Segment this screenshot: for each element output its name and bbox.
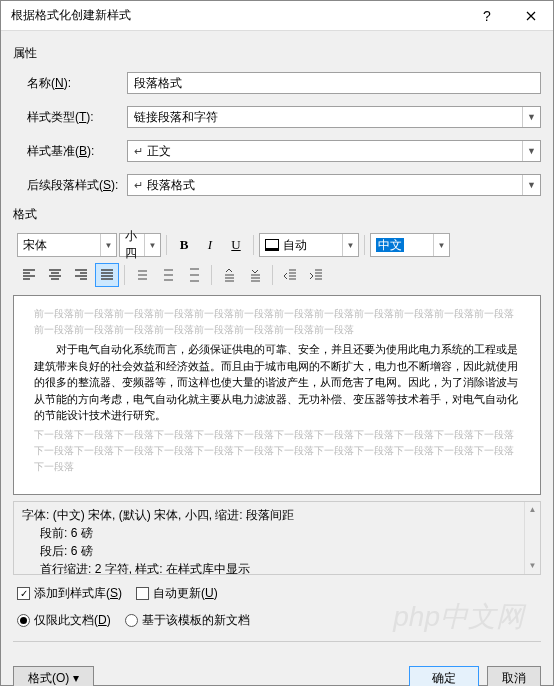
style-type-label: 样式类型(T):	[27, 109, 127, 126]
chevron-down-icon: ▼	[433, 234, 449, 256]
chevron-down-icon: ▼	[100, 234, 116, 256]
scrollbar[interactable]: ▲▼	[524, 502, 540, 574]
paragraph-toolbar	[13, 263, 541, 287]
preview-after-text: 下一段落下一段落下一段落下一段落下一段落下一段落下一段落下一段落下一段落下一段落…	[34, 427, 520, 475]
align-left-button[interactable]	[17, 263, 41, 287]
align-right-button[interactable]	[69, 263, 93, 287]
chevron-down-icon: ▼	[522, 175, 540, 195]
align-justify-button[interactable]	[95, 263, 119, 287]
desc-line: 字体: (中文) 宋体, (默认) 宋体, 小四, 缩进: 段落间距	[22, 506, 532, 524]
underline-button[interactable]: U	[224, 233, 248, 257]
font-combo[interactable]: 宋体 ▼	[17, 233, 117, 257]
add-to-gallery-checkbox[interactable]: ✓ 添加到样式库(S)	[17, 585, 122, 602]
line-spacing-15-button[interactable]	[156, 263, 180, 287]
format-toolbar: 宋体 ▼ 小四 ▼ B I U 自动 ▼ 中文 ▼	[13, 233, 541, 257]
close-button[interactable]	[509, 1, 553, 31]
dialog-title: 根据格式化创建新样式	[11, 7, 465, 24]
based-on-label: 样式基准(B):	[27, 143, 127, 160]
chevron-down-icon: ▼	[144, 234, 160, 256]
template-radio[interactable]: 基于该模板的新文档	[125, 612, 250, 629]
titlebar: 根据格式化创建新样式 ?	[1, 1, 553, 31]
close-icon	[526, 11, 536, 21]
format-section-label: 格式	[13, 206, 541, 223]
style-description: 字体: (中文) 宋体, (默认) 宋体, 小四, 缩进: 段落间距 段前: 6…	[13, 501, 541, 575]
italic-button[interactable]: I	[198, 233, 222, 257]
dialog-buttons: 格式(O) ▾ 确定 取消	[1, 660, 553, 686]
preview-sample-text: 对于电气自动化系统而言，必须保证供电的可靠、安全，并且还要为使用此电力系统的工程…	[34, 341, 520, 424]
language-combo[interactable]: 中文 ▼	[370, 233, 450, 257]
chevron-down-icon: ▼	[522, 107, 540, 127]
style-type-combo[interactable]: 链接段落和字符 ▼	[127, 106, 541, 128]
font-color-combo[interactable]: 自动 ▼	[259, 233, 359, 257]
properties-section-label: 属性	[13, 45, 541, 62]
line-spacing-1-button[interactable]	[130, 263, 154, 287]
align-center-button[interactable]	[43, 263, 67, 287]
following-style-label: 后续段落样式(S):	[27, 177, 127, 194]
help-button[interactable]: ?	[465, 1, 509, 31]
this-document-radio[interactable]: 仅限此文档(D)	[17, 612, 111, 629]
desc-line: 首行缩进: 2 字符, 样式: 在样式库中显示	[22, 560, 532, 575]
decrease-indent-button[interactable]	[278, 263, 302, 287]
name-input[interactable]	[127, 72, 541, 94]
ok-button[interactable]: 确定	[409, 666, 479, 686]
line-spacing-2-button[interactable]	[182, 263, 206, 287]
desc-line: 段后: 6 磅	[22, 542, 532, 560]
cancel-button[interactable]: 取消	[487, 666, 541, 686]
preview-before-text: 前一段落前一段落前一段落前一段落前一段落前一段落前一段落前一段落前一段落前一段落…	[34, 306, 520, 338]
increase-space-before-button[interactable]	[217, 263, 241, 287]
following-style-combo[interactable]: ↵段落格式 ▼	[127, 174, 541, 196]
dialog-window: 根据格式化创建新样式 ? 属性 名称(N): 样式类型(T): 链接段落和字符 …	[0, 0, 554, 686]
name-label: 名称(N):	[27, 75, 127, 92]
increase-indent-button[interactable]	[304, 263, 328, 287]
format-button[interactable]: 格式(O) ▾	[13, 666, 94, 686]
preview-area: 前一段落前一段落前一段落前一段落前一段落前一段落前一段落前一段落前一段落前一段落…	[13, 295, 541, 495]
chevron-down-icon: ▼	[342, 234, 358, 256]
font-size-combo[interactable]: 小四 ▼	[119, 233, 161, 257]
decrease-space-before-button[interactable]	[243, 263, 267, 287]
color-swatch-icon	[265, 239, 279, 251]
auto-update-checkbox[interactable]: 自动更新(U)	[136, 585, 218, 602]
desc-line: 段前: 6 磅	[22, 524, 532, 542]
based-on-combo[interactable]: ↵正文 ▼	[127, 140, 541, 162]
paragraph-icon: ↵	[134, 179, 143, 192]
paragraph-icon: ↵	[134, 145, 143, 158]
bold-button[interactable]: B	[172, 233, 196, 257]
chevron-down-icon: ▼	[522, 141, 540, 161]
